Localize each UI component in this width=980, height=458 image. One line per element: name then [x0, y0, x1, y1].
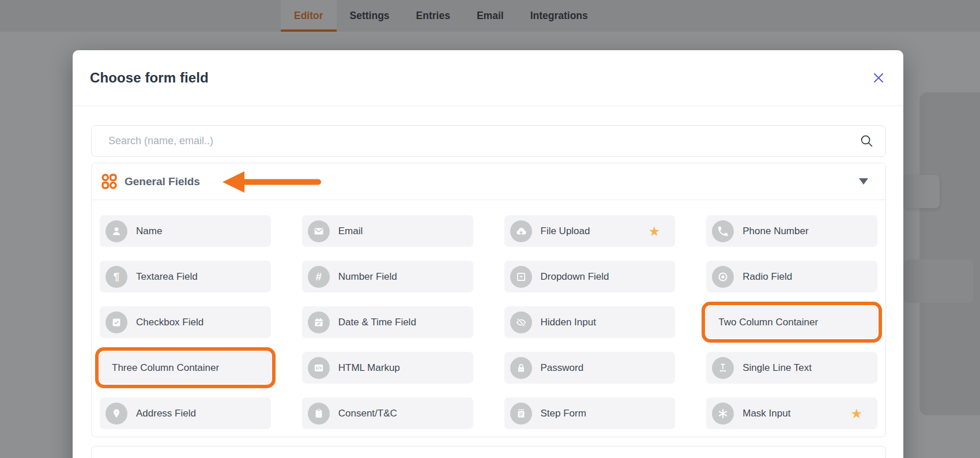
general-fields-header[interactable]: General Fields: [92, 163, 885, 200]
field-label: Consent/T&C: [338, 408, 397, 419]
field-label: Radio Field: [742, 271, 792, 283]
dropdown-icon: [510, 266, 532, 288]
choose-form-field-modal: Choose form field General Fields: [73, 50, 903, 458]
pilcrow-icon: ¶: [105, 266, 127, 288]
field-label: Phone Number: [742, 226, 808, 237]
code-icon: [308, 357, 330, 379]
field-label: Date & Time Field: [338, 317, 416, 328]
field-tile-html-markup[interactable]: HTML Markup: [302, 352, 473, 384]
field-label: Textarea Field: [136, 271, 198, 283]
field-tile-name[interactable]: Name: [100, 215, 271, 247]
field-label: Two Column Container: [718, 317, 818, 328]
field-tile-number[interactable]: # Number Field: [302, 261, 473, 292]
field-label: Number Field: [338, 271, 397, 283]
annotation-arrow-icon: [223, 171, 323, 193]
general-fields-icon: [101, 174, 117, 189]
field-tile-mask-input[interactable]: Mask Input ★: [706, 397, 877, 429]
field-label: Password: [541, 362, 584, 374]
checkbox-icon: [105, 311, 127, 333]
field-label: Step Form: [541, 408, 586, 419]
envelope-icon: [308, 220, 330, 242]
field-label: Dropdown Field: [541, 271, 609, 283]
field-tile-single-line-text[interactable]: Single Line Text: [706, 352, 877, 384]
chevron-down-icon[interactable]: [859, 178, 868, 185]
field-tile-date-time[interactable]: Date & Time Field: [302, 306, 473, 338]
field-tile-file-upload[interactable]: File Upload ★: [504, 215, 676, 247]
favorite-star-icon[interactable]: ★: [850, 407, 862, 420]
lock-icon: [510, 357, 532, 379]
hash-icon: #: [308, 266, 330, 288]
field-label: Name: [136, 226, 162, 237]
radio-icon: [712, 266, 734, 288]
calendar-icon: [308, 311, 330, 333]
field-tile-radio[interactable]: Radio Field: [706, 261, 877, 292]
field-tile-password[interactable]: Password: [504, 352, 676, 384]
phone-icon: [712, 220, 734, 242]
field-grid: Name Email File Upload ★ Phone Numbe: [92, 200, 885, 437]
field-label: Single Line Text: [742, 362, 812, 374]
field-tile-email[interactable]: Email: [302, 215, 473, 247]
text-cursor-icon: [712, 357, 734, 379]
user-icon: [105, 220, 127, 242]
field-tile-two-column-container[interactable]: Two Column Container: [706, 306, 877, 338]
field-tile-address[interactable]: Address Field: [100, 397, 271, 429]
field-label: Address Field: [136, 408, 196, 419]
search-icon: [860, 134, 873, 148]
clipboard-icon: [308, 403, 330, 425]
general-fields-title: General Fields: [125, 175, 200, 188]
field-tile-hidden-input[interactable]: Hidden Input: [504, 306, 676, 338]
asterisk-icon: [712, 403, 734, 425]
field-tile-step-form[interactable]: Step Form: [504, 397, 676, 429]
next-section-container: [91, 446, 886, 458]
modal-header: Choose form field: [73, 50, 903, 106]
search-input[interactable]: [91, 125, 886, 157]
search-bar: [91, 125, 886, 157]
favorite-star-icon[interactable]: ★: [649, 224, 661, 238]
field-label: Hidden Input: [541, 317, 596, 328]
field-tile-phone-number[interactable]: Phone Number: [706, 215, 877, 247]
field-label: HTML Markup: [338, 362, 400, 374]
field-tile-checkbox[interactable]: Checkbox Field: [100, 306, 271, 338]
field-tile-consent[interactable]: Consent/T&C: [302, 397, 473, 429]
field-label: Email: [338, 226, 363, 237]
field-label: Three Column Container: [112, 362, 219, 374]
close-icon: [873, 72, 884, 84]
eye-slash-icon: [510, 311, 532, 333]
map-pin-icon: [105, 403, 127, 425]
field-tile-textarea[interactable]: ¶ Textarea Field: [100, 261, 271, 292]
step-form-icon: [510, 403, 532, 425]
modal-title: Choose form field: [90, 70, 209, 86]
close-button[interactable]: [871, 70, 886, 85]
field-tile-three-column-container[interactable]: Three Column Container: [100, 352, 271, 384]
field-label: File Upload: [541, 226, 590, 237]
field-label: Checkbox Field: [136, 317, 203, 328]
field-label: Mask Input: [742, 408, 790, 419]
field-tile-dropdown[interactable]: Dropdown Field: [504, 261, 676, 292]
cloud-upload-icon: [510, 220, 532, 242]
general-fields-section: General Fields Name Email: [91, 163, 886, 437]
